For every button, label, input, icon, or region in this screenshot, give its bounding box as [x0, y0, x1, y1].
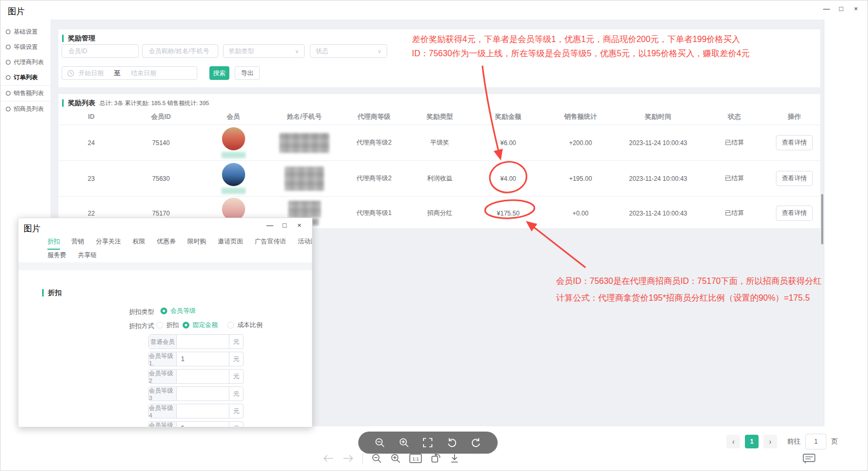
- table-row: 24 75140 代理商等级2 平级奖 ¥6.00 +200.00 2023-1…: [58, 125, 820, 161]
- blurred-nickname: [221, 188, 246, 194]
- discount-type-option[interactable]: 会员等级: [160, 306, 196, 315]
- annotation-bottom-line2: 计算公式：代理商拿货价195*招商员分红比例（设置的90%）=175.5: [556, 293, 810, 304]
- sidebar-item-sales-list[interactable]: 销售额列表: [1, 86, 51, 101]
- field-normal-member: 普通会员 元: [148, 334, 244, 349]
- zoom-out-icon[interactable]: [371, 453, 382, 464]
- minimize-icon[interactable]: —: [263, 221, 277, 229]
- window-controls: — □ ×: [819, 5, 863, 13]
- sidebar-item-order-list[interactable]: 订单列表: [1, 70, 51, 86]
- discount-mode-label: 折扣方式: [18, 322, 154, 331]
- tab-service-fee[interactable]: 服务费: [47, 251, 66, 260]
- circle-bullet-icon: [6, 29, 11, 34]
- search-button[interactable]: 搜索: [209, 66, 229, 80]
- close-icon[interactable]: ×: [849, 5, 863, 13]
- amount-input[interactable]: [177, 404, 229, 418]
- radio-selected-icon[interactable]: [183, 322, 189, 329]
- goto-page-input[interactable]: [805, 434, 826, 449]
- amount-input[interactable]: [177, 370, 229, 383]
- close-icon[interactable]: ×: [292, 221, 307, 229]
- amount-input[interactable]: [177, 352, 229, 366]
- field-level-2: 会员等级2 元: [148, 369, 244, 384]
- tab-marketing[interactable]: 营销: [72, 237, 84, 250]
- maximize-icon[interactable]: □: [277, 221, 292, 229]
- scrollbar-thumb[interactable]: [821, 194, 823, 244]
- prev-page-button[interactable]: ‹: [726, 435, 740, 448]
- zoom-in-icon[interactable]: [399, 437, 409, 448]
- tab-permissions[interactable]: 权限: [133, 237, 145, 250]
- popup-controls: — □ ×: [263, 221, 307, 229]
- rotate-left-icon[interactable]: [447, 437, 457, 448]
- rotate-right-icon[interactable]: [471, 437, 481, 448]
- popup-tabs-row2: 服务费 共享链: [47, 251, 97, 260]
- export-button[interactable]: 导出: [235, 66, 260, 80]
- maximize-icon[interactable]: □: [834, 5, 849, 13]
- discount-section-title: 折扣: [48, 288, 62, 298]
- clock-icon: [67, 70, 74, 77]
- view-detail-button[interactable]: 查看详情: [776, 206, 813, 221]
- discount-mode-option-fixed[interactable]: 固定金额: [183, 321, 218, 330]
- annotation-top-line2: ID：75630作为一级上线，所在等级是会员等级5，优惠5元，以195价格买入，…: [412, 48, 750, 59]
- tab-coupons[interactable]: 优惠券: [157, 237, 176, 250]
- sidebar-item-level-settings[interactable]: 等级设置: [1, 39, 51, 55]
- circle-bullet-icon: [6, 91, 11, 96]
- popup-title: 图片: [24, 223, 41, 234]
- zoom-out-icon[interactable]: [375, 437, 385, 448]
- tab-invite-page[interactable]: 邀请页面: [218, 237, 243, 250]
- filter-title: 奖励管理: [68, 34, 95, 43]
- fullscreen-icon[interactable]: [422, 437, 433, 448]
- discount-type-label: 折扣类型: [18, 308, 154, 316]
- zoom-in-icon[interactable]: [390, 453, 401, 464]
- back-icon[interactable]: [322, 454, 334, 463]
- tab-activity[interactable]: 活动刮: [298, 237, 312, 250]
- radio-icon[interactable]: [227, 322, 234, 329]
- date-range-picker[interactable]: 开始日期 至 结束日期: [62, 66, 197, 80]
- name-phone-cell: [269, 167, 340, 191]
- photo-app-toolbar: 1:1: [322, 453, 460, 464]
- field-level-5: 会员等级5 元: [148, 421, 244, 427]
- actual-size-icon[interactable]: 1:1: [409, 454, 422, 463]
- discount-mode-option-discount[interactable]: 折扣: [156, 321, 179, 330]
- discount-mode-option-cost[interactable]: 成本比例: [227, 321, 263, 330]
- divider: [362, 453, 363, 464]
- amount-input[interactable]: [177, 335, 229, 349]
- popup-tabs-row1: 折扣 营销 分享关注 权限 优惠券 限时购 邀请页面 广告宣传语 活动刮: [47, 237, 312, 250]
- download-icon[interactable]: [449, 453, 460, 464]
- svg-text:1:1: 1:1: [412, 456, 419, 462]
- tab-share-chain[interactable]: 共享链: [78, 251, 97, 260]
- forward-icon[interactable]: [342, 454, 354, 463]
- sidebar-item-agent-list[interactable]: 代理商列表: [1, 55, 51, 70]
- member-name-input[interactable]: [142, 44, 218, 58]
- amount-input[interactable]: [177, 387, 229, 401]
- page-unit-label: 页: [831, 437, 838, 446]
- radio-icon[interactable]: [156, 322, 163, 329]
- next-page-button[interactable]: ›: [763, 435, 777, 448]
- reward-list-panel: 奖励列表 总计: 3条 累计奖励: 185.5 销售额统计: 395 ID 会员…: [58, 94, 820, 228]
- status-select[interactable]: 状态 ∨: [310, 44, 387, 58]
- member-id-input[interactable]: [62, 44, 139, 58]
- section-header: 奖励列表 总计: 3条 累计奖励: 185.5 销售额统计: 395: [62, 98, 209, 108]
- notes-panel-icon[interactable]: [802, 453, 816, 464]
- tab-discount[interactable]: 折扣: [47, 237, 60, 250]
- circle-bullet-icon: [6, 45, 11, 49]
- sidebar-item-basic-settings[interactable]: 基础设置: [1, 24, 51, 39]
- amount-input[interactable]: [177, 422, 229, 427]
- current-page-button[interactable]: 1: [745, 435, 759, 448]
- tab-flash-sale[interactable]: 限时购: [187, 237, 206, 250]
- tab-ad-slogan[interactable]: 广告宣传语: [255, 237, 286, 250]
- popup-divider-band: [18, 262, 312, 270]
- minimize-icon[interactable]: —: [819, 5, 834, 13]
- view-detail-button[interactable]: 查看详情: [776, 171, 813, 186]
- tab-share-follow[interactable]: 分享关注: [96, 237, 121, 250]
- green-bar-icon: [42, 289, 44, 296]
- rotate-icon[interactable]: [430, 453, 441, 464]
- blurred-name: [288, 201, 321, 218]
- radio-selected-icon[interactable]: [160, 308, 167, 314]
- pagination: ‹ 1 › 前往 页: [726, 434, 838, 449]
- view-detail-button[interactable]: 查看详情: [776, 135, 813, 150]
- range-separator: 至: [114, 69, 120, 78]
- list-title: 奖励列表: [68, 98, 95, 108]
- name-phone-cell: [269, 133, 340, 153]
- sidebar-item-recruiter-list[interactable]: 招商员列表: [1, 101, 51, 117]
- reward-type-select[interactable]: 奖励类型 ∨: [223, 44, 305, 58]
- green-bar-icon: [62, 99, 64, 107]
